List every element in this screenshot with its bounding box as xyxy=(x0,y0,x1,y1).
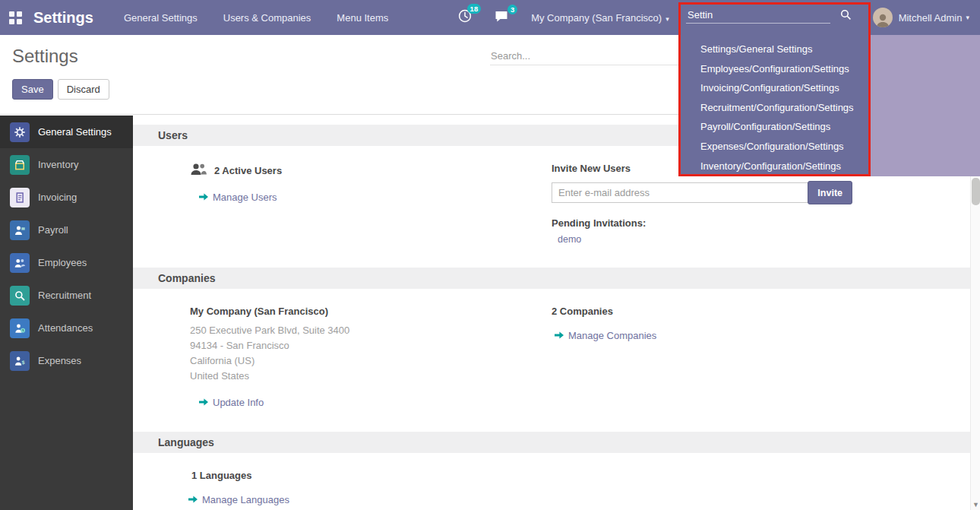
settings-sidebar: General Settings Inventory Invoicing Pay… xyxy=(0,116,133,510)
payroll-person-icon xyxy=(10,220,30,240)
discard-button[interactable]: Discard xyxy=(58,79,109,100)
invite-input-group: Invite xyxy=(552,181,852,204)
messages-button[interactable]: 3 xyxy=(495,10,508,26)
pending-user-demo-link[interactable]: demo xyxy=(558,234,970,245)
suggestion-payroll-settings[interactable]: Payroll/Configuration/Settings xyxy=(680,117,870,137)
user-avatar[interactable] xyxy=(873,8,893,27)
sidebar-item-payroll[interactable]: Payroll xyxy=(0,214,133,246)
arrow-right-icon xyxy=(199,190,208,204)
apps-grid-icon[interactable] xyxy=(9,11,22,24)
user-menu-dropdown-panel xyxy=(871,35,980,176)
suggestion-employees-settings[interactable]: Employees/Configuration/Settings xyxy=(680,59,870,79)
update-info-link[interactable]: Update Info xyxy=(199,395,552,409)
company-name: My Company (San Francisco) xyxy=(190,306,552,317)
invoice-document-icon xyxy=(10,188,30,207)
sidebar-item-label: Recruitment xyxy=(38,290,91,301)
sidebar-item-label: Inventory xyxy=(38,159,78,170)
chevron-down-icon: ▾ xyxy=(966,14,969,21)
manage-languages-link[interactable]: Manage Languages xyxy=(188,493,552,506)
activities-button[interactable]: 18 xyxy=(458,9,472,26)
menu-item-users-companies[interactable]: Users & Companies xyxy=(223,12,311,24)
address-line: California (US) xyxy=(190,353,552,369)
section-title-companies: Companies xyxy=(133,268,970,289)
user-menu[interactable]: Mitchell Admin▾ xyxy=(899,12,969,24)
scrollbar-thumb[interactable] xyxy=(972,178,980,205)
gear-icon xyxy=(10,122,30,142)
settings-search xyxy=(490,47,680,65)
address-line: United States xyxy=(190,369,552,384)
search-icon[interactable] xyxy=(840,9,852,24)
sidebar-item-label: Employees xyxy=(38,257,87,268)
arrow-right-icon xyxy=(188,493,198,506)
active-users-count: 2 Active Users xyxy=(214,165,282,176)
expense-person-icon: $ xyxy=(10,351,30,371)
section-languages: 1 Languages Manage Languages xyxy=(133,453,970,510)
attendance-person-icon xyxy=(10,318,30,338)
company-switcher[interactable]: My Company (San Francisco)▾ xyxy=(531,12,669,24)
section-companies: My Company (San Francisco) 250 Executive… xyxy=(133,289,970,432)
save-button[interactable]: Save xyxy=(12,79,53,100)
arrow-right-icon xyxy=(555,328,564,342)
suggestion-settings-general[interactable]: Settings/General Settings xyxy=(680,40,870,59)
sidebar-item-label: General Settings xyxy=(38,126,112,138)
suggestion-invoicing-settings[interactable]: Invoicing/Configuration/Settings xyxy=(680,78,870,98)
chat-bubble-icon xyxy=(495,10,508,26)
section-title-languages: Languages xyxy=(133,432,970,453)
companies-count: 2 Companies xyxy=(552,306,970,317)
suggestion-recruitment-settings[interactable]: Recruitment/Configuration/Settings xyxy=(680,98,870,118)
address-line: 94134 - San Francisco xyxy=(190,338,552,353)
sidebar-item-general-settings[interactable]: General Settings xyxy=(0,116,133,148)
sidebar-item-attendances[interactable]: Attendances xyxy=(0,312,133,344)
sidebar-item-expenses[interactable]: $ Expenses xyxy=(0,344,133,377)
sidebar-item-label: Attendances xyxy=(38,322,93,334)
pending-invitations-label: Pending Invitations: xyxy=(552,217,970,229)
address-line: 250 Executive Park Blvd, Suite 3400 xyxy=(190,323,552,338)
message-count-badge: 3 xyxy=(507,5,517,14)
suggestion-inventory-settings[interactable]: Inventory/Configuration/Settings xyxy=(680,157,870,176)
sidebar-item-inventory[interactable]: Inventory xyxy=(0,148,133,181)
manage-users-link[interactable]: Manage Users xyxy=(199,190,552,204)
suggestion-expenses-settings[interactable]: Expenses/Configuration/Settings xyxy=(680,137,870,157)
manage-companies-link[interactable]: Manage Companies xyxy=(555,328,970,342)
box-icon xyxy=(10,155,30,175)
active-users-icon xyxy=(190,163,207,179)
activity-count-badge: 18 xyxy=(467,4,482,14)
company-address: 250 Executive Park Blvd, Suite 3400 9413… xyxy=(190,323,552,384)
navbar-menu: General Settings Users & Companies Menu … xyxy=(124,12,388,24)
sidebar-item-invoicing[interactable]: Invoicing xyxy=(0,181,133,214)
people-icon xyxy=(10,253,30,273)
app-title[interactable]: Settings xyxy=(33,9,93,27)
search-suggestions-dropdown: Settings/General Settings Employees/Conf… xyxy=(680,35,870,176)
sidebar-item-label: Payroll xyxy=(38,224,68,236)
scrollbar-down-arrow[interactable]: ▼ xyxy=(971,499,980,510)
sidebar-item-label: Invoicing xyxy=(38,192,77,203)
settings-search-input[interactable] xyxy=(490,47,680,65)
navbar-search-input[interactable] xyxy=(686,7,830,24)
navbar-search xyxy=(686,7,852,24)
languages-count: 1 Languages xyxy=(191,470,552,481)
menu-item-menu-items[interactable]: Menu Items xyxy=(337,12,388,24)
svg-text:$: $ xyxy=(21,359,25,365)
sidebar-item-recruitment[interactable]: Recruitment xyxy=(0,279,133,312)
arrow-right-icon xyxy=(199,395,208,409)
magnifier-icon xyxy=(10,286,30,306)
sidebar-item-label: Expenses xyxy=(38,355,81,366)
invite-button[interactable]: Invite xyxy=(808,181,852,204)
chevron-down-icon: ▾ xyxy=(665,15,669,23)
sidebar-item-employees[interactable]: Employees xyxy=(0,246,133,279)
invite-email-input[interactable] xyxy=(552,182,809,203)
menu-item-general-settings[interactable]: General Settings xyxy=(124,12,198,24)
